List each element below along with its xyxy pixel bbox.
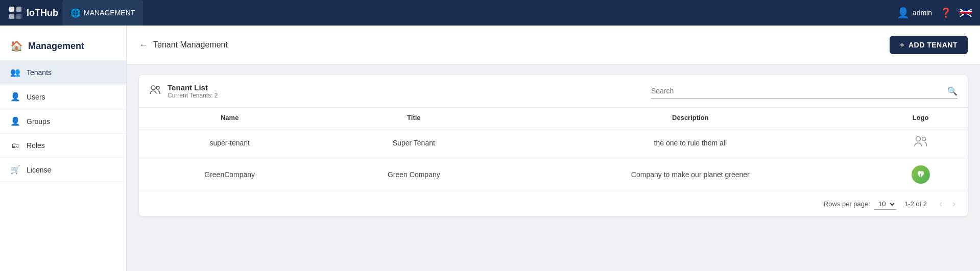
sidebar-users-label: Users — [27, 93, 45, 101]
navbar-section-label: MANAGEMENT — [84, 9, 135, 17]
cell-name: super-tenant — [139, 128, 320, 158]
content-area: Tenant List Current Tenants: 2 🔍 Name — [127, 65, 980, 227]
navbar: IoTHub 🌐 MANAGEMENT 👤 admin ❓ — [0, 0, 980, 26]
home-icon: 🏠 — [10, 40, 23, 52]
tenant-card-title-section: Tenant List Current Tenants: 2 — [149, 83, 218, 99]
col-title: Title — [320, 108, 507, 128]
rows-per-page: Rows per page: 10 25 50 — [824, 199, 896, 210]
cell-name: GreenCompany — [139, 158, 320, 191]
sidebar-item-roles[interactable]: 🗂 Roles — [0, 134, 126, 158]
add-tenant-button[interactable]: + ADD TENANT — [890, 36, 968, 54]
main-content: ← Tenant Management + ADD TENANT — [127, 26, 980, 271]
navbar-management-section[interactable]: 🌐 MANAGEMENT — [62, 0, 143, 26]
page-title: Tenant Management — [153, 40, 228, 50]
globe-icon: 🌐 — [70, 8, 81, 18]
help-icon: ❓ — [940, 8, 951, 18]
pagination-buttons: ‹ › — [935, 198, 960, 210]
navbar-right: 👤 admin ❓ — [897, 7, 972, 19]
tenant-table: Name Title Description Logo super-tenant… — [139, 108, 968, 191]
col-logo: Logo — [873, 108, 968, 128]
tenant-card-titles: Tenant List Current Tenants: 2 — [168, 83, 218, 99]
brand-logo[interactable]: IoTHub — [8, 6, 58, 20]
sidebar-header-label: Management — [28, 41, 84, 52]
page-header: ← Tenant Management + ADD TENANT — [127, 26, 980, 65]
search-container: 🔍 — [651, 84, 958, 98]
cell-logo — [873, 158, 968, 191]
sidebar-license-label: License — [27, 166, 51, 174]
cell-title: Green Company — [320, 158, 507, 191]
tenant-card: Tenant List Current Tenants: 2 🔍 Name — [139, 75, 968, 216]
search-input[interactable] — [651, 87, 947, 95]
svg-point-5 — [156, 86, 159, 89]
prev-page-button[interactable]: ‹ — [935, 198, 946, 210]
table-header: Name Title Description Logo — [139, 108, 968, 128]
iothub-logo-icon — [8, 6, 22, 20]
add-tenant-label: ADD TENANT — [909, 41, 958, 49]
sidebar-groups-label: Groups — [27, 117, 50, 126]
cell-title: Super Tenant — [320, 128, 507, 158]
sidebar-tenants-label: Tenants — [27, 68, 52, 77]
next-page-button[interactable]: › — [948, 198, 960, 210]
green-company-logo — [912, 165, 930, 184]
tenant-list-title: Tenant List — [168, 83, 218, 92]
username-label: admin — [913, 9, 932, 17]
table-row[interactable]: GreenCompanyGreen CompanyCompany to make… — [139, 158, 968, 191]
user-icon: 👤 — [897, 7, 910, 19]
license-icon: 🛒 — [10, 165, 20, 175]
cell-description: the one to rule them all — [507, 128, 873, 158]
help-button[interactable]: ❓ — [940, 7, 951, 18]
groups-icon: 👤 — [10, 116, 20, 126]
cell-logo — [873, 128, 968, 158]
user-menu[interactable]: 👤 admin — [897, 7, 932, 19]
back-button[interactable]: ← — [139, 40, 148, 51]
svg-point-4 — [151, 86, 155, 90]
tenant-table-body: super-tenantSuper Tenantthe one to rule … — [139, 128, 968, 191]
roles-icon: 🗂 — [10, 141, 20, 150]
svg-point-6 — [916, 137, 920, 141]
page-info: 1-2 of 2 — [904, 200, 927, 208]
table-row[interactable]: super-tenantSuper Tenantthe one to rule … — [139, 128, 968, 158]
cell-description: Company to make our planet greener — [507, 158, 873, 191]
rows-per-page-label: Rows per page: — [824, 200, 870, 208]
rows-per-page-select[interactable]: 10 25 50 — [874, 199, 896, 210]
tenant-list-subtitle: Current Tenants: 2 — [168, 92, 218, 99]
svg-rect-0 — [9, 7, 14, 12]
brand-name: IoTHub — [27, 8, 58, 18]
sidebar: 🏠 Management 👥 Tenants 👤 Users 👤 Groups … — [0, 26, 127, 271]
sidebar-roles-label: Roles — [27, 141, 45, 150]
col-name: Name — [139, 108, 320, 128]
tenants-icon: 👥 — [10, 67, 20, 77]
col-description: Description — [507, 108, 873, 128]
svg-point-7 — [922, 137, 925, 141]
search-icon: 🔍 — [947, 86, 958, 96]
language-selector[interactable] — [960, 9, 972, 17]
sidebar-item-users[interactable]: 👤 Users — [0, 85, 126, 109]
default-tenant-logo — [914, 135, 928, 151]
page-header-left: ← Tenant Management — [139, 40, 228, 51]
sidebar-item-license[interactable]: 🛒 License — [0, 158, 126, 182]
svg-rect-1 — [16, 7, 21, 12]
pagination: Rows per page: 10 25 50 1-2 of 2 ‹ › — [139, 191, 968, 216]
plus-icon: + — [900, 41, 904, 49]
sidebar-item-tenants[interactable]: 👥 Tenants — [0, 60, 126, 85]
users-icon: 👤 — [10, 92, 20, 102]
tenant-card-header: Tenant List Current Tenants: 2 🔍 — [139, 75, 968, 108]
sidebar-item-groups[interactable]: 👤 Groups — [0, 109, 126, 134]
svg-rect-3 — [16, 14, 21, 19]
app-layout: 🏠 Management 👥 Tenants 👤 Users 👤 Groups … — [0, 26, 980, 271]
tenant-list-icon — [149, 85, 161, 97]
sidebar-header: 🏠 Management — [0, 32, 126, 60]
svg-rect-2 — [9, 14, 14, 19]
